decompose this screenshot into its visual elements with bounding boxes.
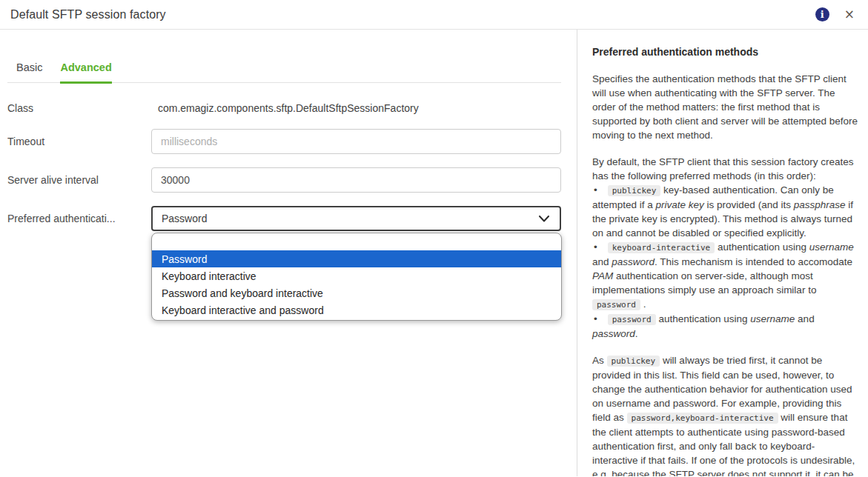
header-actions: i × [815,7,856,22]
class-label: Class [7,102,151,114]
dropdown-option[interactable]: Password [152,250,561,267]
server-alive-interval-input[interactable] [151,167,561,193]
help-paragraph: As publickey will always be tried first,… [592,353,859,476]
selected-value: Password [162,213,207,224]
dropdown-option[interactable]: Keyboard interactive [152,267,561,284]
help-title: Preferred authentication methods [592,46,859,58]
dropdown-option[interactable] [152,235,561,250]
tab-basic[interactable]: Basic [16,56,42,84]
help-bullet: •publickey key-based authentication. Can… [592,183,859,240]
help-paragraph: Specifies the authentication methods tha… [592,72,859,142]
form-row-class: Class com.emagiz.components.sftp.Default… [7,99,561,117]
preferred-authentication-dropdown: PasswordKeyboard interactivePassword and… [151,233,562,321]
help-paragraph: By default, the SFTP client that this se… [592,155,859,183]
timeout-label: Timeout [7,136,151,147]
preferred-authentication-label: Preferred authenticati... [7,213,151,224]
bullet-dot: • [594,313,597,324]
timeout-input[interactable] [151,129,561,154]
help-panel: Preferred authentication methods Specifi… [577,30,868,476]
dropdown-option[interactable]: Password and keyboard interactive [152,284,561,301]
modal-header: Default SFTP session factory i × [0,0,868,30]
tab-advanced[interactable]: Advanced [60,56,111,84]
dropdown-option[interactable]: Keyboard interactive and password [152,301,561,318]
server-alive-interval-label: Server alive interval [7,174,151,186]
info-icon[interactable]: i [815,7,829,21]
help-bullet: •keyboard-interactive authentication usi… [592,240,859,312]
chevron-down-icon [539,216,549,222]
form-row-server-alive-interval: Server alive interval [7,167,561,193]
settings-panel: Basic Advanced Class com.emagiz.componen… [0,30,577,476]
preferred-authentication-select[interactable]: Password [151,206,561,231]
modal-title: Default SFTP session factory [10,8,166,21]
class-value: com.emagiz.components.sftp.DefaultSftpSe… [151,102,419,114]
help-bullet: •password authentication using username … [592,312,859,341]
close-icon[interactable]: × [843,7,856,22]
form-row-preferred-authentication: Preferred authenticati... Password Passw… [7,206,561,231]
help-content: Specifies the authentication methods tha… [592,72,859,476]
bullet-dot: • [594,184,597,196]
form-row-timeout: Timeout [7,129,561,154]
settings-form: Class com.emagiz.components.sftp.Default… [7,99,561,231]
modal-body: Basic Advanced Class com.emagiz.componen… [0,30,868,476]
bullet-dot: • [594,241,597,253]
tab-bar: Basic Advanced [7,53,561,83]
